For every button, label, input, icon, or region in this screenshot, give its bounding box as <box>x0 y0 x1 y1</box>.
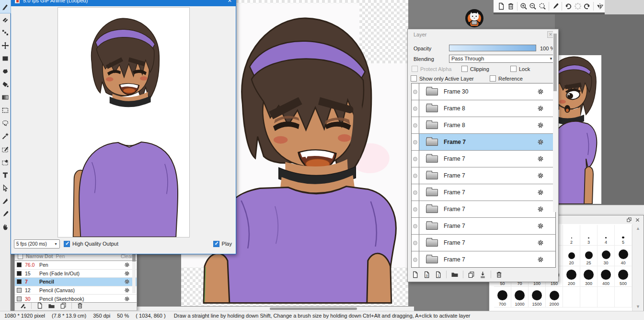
lock-checkbox[interactable]: Lock <box>510 66 530 72</box>
selection-blob-tool[interactable] <box>0 65 11 78</box>
brush-size-cell[interactable]: 300 <box>580 266 598 287</box>
show-only-active-checkbox[interactable]: Show only Active Layer <box>411 75 474 82</box>
gear-icon[interactable] <box>537 88 544 95</box>
reference-checkbox[interactable]: Reference <box>490 75 523 82</box>
pixel-pen-tool[interactable] <box>0 26 11 39</box>
move-tool[interactable] <box>0 39 11 52</box>
layer-visibility-dot[interactable] <box>413 258 417 262</box>
brush-size-cell[interactable] <box>563 287 580 308</box>
layer-visibility-dot[interactable] <box>413 190 417 195</box>
delete-icon[interactable] <box>77 302 83 309</box>
layer-visibility-cell[interactable] <box>412 134 419 150</box>
layer-row[interactable]: Frame 7 <box>412 151 555 167</box>
layer-row[interactable]: Frame 7 <box>412 184 555 201</box>
checkbox[interactable] <box>411 75 417 82</box>
layer-row[interactable]: Frame 7 <box>412 201 555 218</box>
brush-size-cell[interactable]: 1500 <box>529 287 546 308</box>
layer-visibility-cell[interactable] <box>412 83 419 100</box>
magic-wand-tool[interactable] <box>0 130 11 142</box>
shape-fill-tool[interactable] <box>0 52 11 65</box>
close-icon[interactable] <box>635 217 640 223</box>
brush-size-cell[interactable] <box>598 287 615 308</box>
clipping-checkbox[interactable]: Clipping <box>461 66 489 72</box>
brush-row[interactable]: 15 Pen (Fade In/Out) <box>15 270 137 278</box>
gear-icon[interactable] <box>537 122 544 129</box>
delete-layer-icon[interactable] <box>495 271 503 278</box>
layer-row[interactable]: Frame 7 <box>412 235 555 251</box>
selection-pen-tool[interactable] <box>0 142 11 155</box>
duplicate-icon[interactable] <box>60 302 67 309</box>
new-layer-icon[interactable] <box>412 271 419 278</box>
checkbox[interactable] <box>213 241 219 247</box>
gear-icon[interactable] <box>537 172 544 179</box>
gear-icon[interactable] <box>537 105 544 112</box>
merge-down-icon[interactable] <box>479 271 486 278</box>
brush-row[interactable]: 7 Pencil <box>15 278 137 286</box>
brush-size-cell[interactable]: 4 <box>598 225 615 246</box>
undo-icon[interactable] <box>564 1 573 12</box>
layer-visibility-dot[interactable] <box>413 207 417 212</box>
brush-size-cell[interactable]: 2000 <box>546 287 563 308</box>
gear-icon[interactable] <box>124 279 130 284</box>
checkbox[interactable] <box>64 241 70 247</box>
brush-size-cell[interactable]: 3 <box>580 225 598 246</box>
secondary-canvas-view[interactable] <box>558 55 601 204</box>
layer-row[interactable]: Frame 30 <box>412 83 555 100</box>
layer-visibility-dot[interactable] <box>413 241 417 245</box>
duplicate-layer-icon[interactable] <box>468 271 475 278</box>
horizontal-scrollbar[interactable] <box>137 307 414 311</box>
float-panel-icon[interactable] <box>626 217 632 223</box>
gear-icon[interactable] <box>124 262 130 268</box>
gradient-tool[interactable] <box>0 91 11 104</box>
checkbox[interactable] <box>412 66 418 72</box>
brush-row[interactable]: 12 Pencil (Canvas) <box>15 286 137 295</box>
redo-icon[interactable] <box>582 1 592 12</box>
flip-canvas-icon[interactable] <box>595 1 605 12</box>
brush-size-cell[interactable]: 20 <box>563 246 580 266</box>
new-document-icon[interactable] <box>496 1 506 12</box>
layer-visibility-cell[interactable] <box>412 167 419 184</box>
gear-icon[interactable] <box>537 139 544 145</box>
brush-list-scrollbar[interactable] <box>132 253 136 293</box>
lasso-select-tool[interactable] <box>0 117 11 130</box>
layer-visibility-cell[interactable] <box>412 201 419 217</box>
layer-visibility-dot[interactable] <box>413 90 417 94</box>
brush-size-cell[interactable]: 200 <box>563 266 580 287</box>
layer-row[interactable]: Frame 7 <box>412 218 555 235</box>
brush-size-cell[interactable]: 40 <box>615 246 632 266</box>
bucket-fill-tool[interactable] <box>0 78 11 91</box>
close-icon[interactable]: ✕ <box>228 0 232 4</box>
layer-visibility-dot[interactable] <box>413 140 417 144</box>
hand-tool[interactable] <box>0 220 11 233</box>
brush-size-cell[interactable]: 700 <box>494 287 511 308</box>
new-1bit-layer-icon[interactable]: 1 <box>435 271 442 278</box>
knife-tool[interactable] <box>0 194 11 207</box>
gear-icon[interactable] <box>537 256 544 263</box>
layer-visibility-cell[interactable] <box>412 117 419 133</box>
zoom-out-icon[interactable] <box>528 1 538 12</box>
layer-visibility-cell[interactable] <box>412 100 419 117</box>
gear-icon[interactable] <box>537 239 544 246</box>
brush-size-cell[interactable]: 30 <box>598 246 615 266</box>
new-folder-icon[interactable] <box>451 271 459 278</box>
checkbox[interactable] <box>510 66 517 72</box>
gear-icon[interactable] <box>124 271 130 276</box>
layer-list-scrollbar-thumb[interactable] <box>553 34 557 91</box>
layer-visibility-cell[interactable] <box>412 184 419 201</box>
play-checkbox[interactable]: Play <box>213 241 232 247</box>
layer-visibility-cell[interactable] <box>412 151 419 167</box>
layer-row[interactable]: Frame 8 <box>412 100 555 117</box>
brush-size-cell[interactable]: 500 <box>615 266 632 287</box>
new-8bit-layer-icon[interactable]: 8 <box>423 271 430 278</box>
gear-icon[interactable] <box>537 155 544 162</box>
layer-row[interactable]: Frame 8 <box>412 117 555 134</box>
brush-list-scrollbar-thumb[interactable] <box>132 254 136 261</box>
new-folder-icon[interactable] <box>48 302 55 309</box>
layer-visibility-dot[interactable] <box>413 157 417 161</box>
gear-icon[interactable] <box>124 287 130 293</box>
brush-size-cell[interactable]: 2 <box>563 225 580 246</box>
pointer-tool[interactable] <box>0 181 11 194</box>
layer-visibility-cell[interactable] <box>412 251 419 268</box>
eyedropper-icon[interactable] <box>551 1 560 12</box>
narrow-dot-checkbox[interactable] <box>18 254 23 259</box>
